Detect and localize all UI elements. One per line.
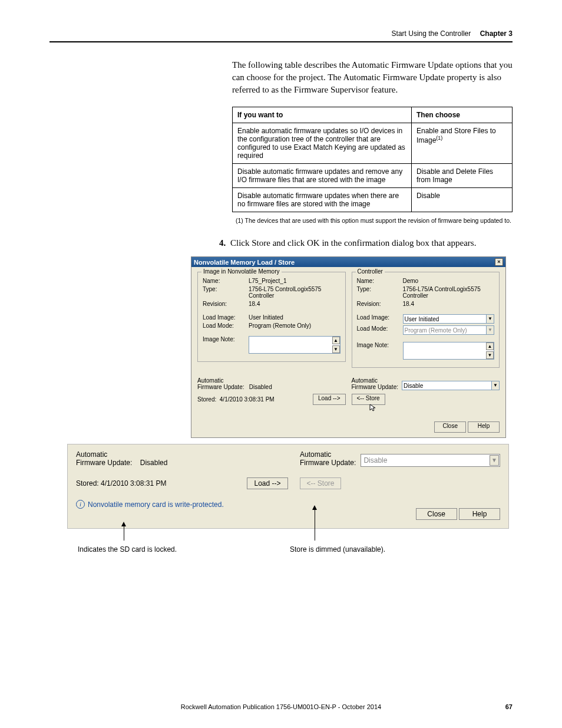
cursor-icon xyxy=(369,404,376,411)
value: 1756-L75/A ControlLogix5575 Controller xyxy=(403,286,495,299)
header-rule xyxy=(49,41,513,42)
callout-store-dimmed: Store is dimmed (unavailable). xyxy=(290,545,385,554)
table-header: Then choose xyxy=(412,107,513,123)
load-mode-dropdown: Program (Remote Only)▼ xyxy=(403,325,495,335)
chevron-down-icon: ▼ xyxy=(486,315,494,323)
table-footnote: (1) The devices that are used with this … xyxy=(236,217,513,224)
close-icon[interactable]: × xyxy=(495,258,503,266)
afu-dropdown-disabled: Disable ▼ xyxy=(361,454,500,467)
help-button[interactable]: Help xyxy=(468,421,500,433)
afu-label-left: Automatic Firmware Update: Disabled xyxy=(197,377,346,390)
callout-sd-locked: Indicates the SD card is locked. xyxy=(78,545,177,554)
image-panel: Image in Nonvolatile Memory Name:L75_Pro… xyxy=(197,272,346,362)
table-cell: Disable automatic firmware updates when … xyxy=(233,188,412,212)
chevron-down-icon: ▼ xyxy=(491,381,499,390)
page-number: 67 xyxy=(505,703,513,710)
value: Program (Remote Only) xyxy=(249,322,340,329)
options-table: If you want to Then choose Enable automa… xyxy=(232,107,513,212)
table-header: If you want to xyxy=(233,107,412,123)
step-4: 4. Click Store and click OK in the confi… xyxy=(219,238,513,248)
label: Name: xyxy=(203,278,249,284)
nvm-dialog: Nonvolatile Memory Load / Store × Image … xyxy=(191,256,506,438)
label: Load Image: xyxy=(357,314,403,324)
load-button[interactable]: Load --> xyxy=(247,477,288,489)
label: Image Note: xyxy=(357,342,403,360)
stored-label: Stored: 4/1/2010 3:08:31 PM xyxy=(76,479,166,487)
scroll-up-icon[interactable]: ▲ xyxy=(486,342,494,350)
table-row: Disable automatic firmware updates and r… xyxy=(233,164,513,188)
afu-value-left: Disabled xyxy=(140,459,168,467)
fieldset-legend: Controller xyxy=(356,268,385,275)
table-row: Disable automatic firmware updates when … xyxy=(233,188,513,212)
info-icon: i xyxy=(76,500,85,509)
image-note-area: ▲ ▼ xyxy=(249,336,340,354)
afu-value-left: Disabled xyxy=(249,384,272,390)
header-chapter: Chapter 3 xyxy=(480,29,513,38)
intro-paragraph: The following table describes the Automa… xyxy=(232,59,513,96)
afu-label-left: Automatic Firmware Update: Disabled xyxy=(76,450,288,467)
dialog-footer: Close Help xyxy=(191,418,505,437)
zoomed-dialog-excerpt: Automatic Firmware Update: Disabled Stor… xyxy=(67,444,509,529)
close-button[interactable]: Close xyxy=(416,508,457,520)
afu-label-right: Automatic Firmware Update: xyxy=(352,377,398,390)
image-note-input[interactable]: ▲ ▼ xyxy=(403,342,495,360)
value: 18.4 xyxy=(249,301,340,307)
value: 18.4 xyxy=(403,301,495,307)
load-button[interactable]: Load --> xyxy=(313,394,346,405)
stored-label: Stored: 4/1/2010 3:08:31 PM xyxy=(197,396,275,403)
table-row: Enable automatic firmware updates so I/O… xyxy=(233,123,513,164)
close-button[interactable]: Close xyxy=(434,421,466,433)
afu-dropdown[interactable]: Disable▼ xyxy=(402,381,500,390)
label: Type: xyxy=(357,286,403,299)
label: Revision: xyxy=(203,301,249,307)
help-button[interactable]: Help xyxy=(459,508,500,520)
label: Type: xyxy=(203,286,249,299)
label: Load Mode: xyxy=(357,325,403,335)
store-button-disabled: <-- Store xyxy=(300,477,341,489)
table-cell: Disable and Delete Files from Image xyxy=(412,164,513,188)
table-cell: Enable and Store Files to Image(1) xyxy=(412,123,513,164)
dialog-title: Nonvolatile Memory Load / Store xyxy=(194,259,295,266)
table-cell: Disable automatic firmware updates and r… xyxy=(233,164,412,188)
table-cell: Enable automatic firmware updates so I/O… xyxy=(233,123,412,164)
value: Demo xyxy=(403,278,495,284)
label: Load Mode: xyxy=(203,322,249,329)
dialog-titlebar: Nonvolatile Memory Load / Store × xyxy=(191,257,505,267)
scroll-up-icon[interactable]: ▲ xyxy=(332,337,340,344)
fieldset-legend: Image in Nonvolatile Memory xyxy=(201,268,282,275)
header-title: Start Using the Controller xyxy=(392,29,471,38)
chevron-down-icon: ▼ xyxy=(490,455,499,466)
scroll-down-icon[interactable]: ▼ xyxy=(332,345,340,353)
write-protected-info: i Nonvolatile memory card is write-prote… xyxy=(76,500,288,509)
publication-id: Rockwell Automation Publication 1756-UM0… xyxy=(181,703,381,710)
page-header: Start Using the Controller Chapter 3 xyxy=(49,29,513,38)
page-footer: Rockwell Automation Publication 1756-UM0… xyxy=(49,703,513,710)
step-number: 4. xyxy=(219,238,226,248)
label: Revision: xyxy=(357,301,403,307)
table-cell: Disable xyxy=(412,188,513,212)
callouts: Indicates the SD card is locked. Store i… xyxy=(67,529,509,564)
value: L75_Project_1 xyxy=(249,278,340,284)
label: Name: xyxy=(357,278,403,284)
label: Image Note: xyxy=(203,336,249,354)
afu-label-right: Automatic Firmware Update: xyxy=(300,450,356,467)
value: User Initiated xyxy=(249,314,340,321)
scroll-down-icon[interactable]: ▼ xyxy=(486,351,494,359)
value: 1756-L75 ControlLogix5575 Controller xyxy=(249,286,340,299)
load-image-dropdown[interactable]: User Initiated▼ xyxy=(403,314,495,324)
controller-panel: Controller Name:Demo Type:1756-L75/A Con… xyxy=(352,272,500,368)
step-text: Click Store and click OK in the confirma… xyxy=(230,238,476,248)
chevron-down-icon: ▼ xyxy=(486,326,494,334)
label: Load Image: xyxy=(203,314,249,321)
store-button[interactable]: <-- Store xyxy=(352,394,385,405)
